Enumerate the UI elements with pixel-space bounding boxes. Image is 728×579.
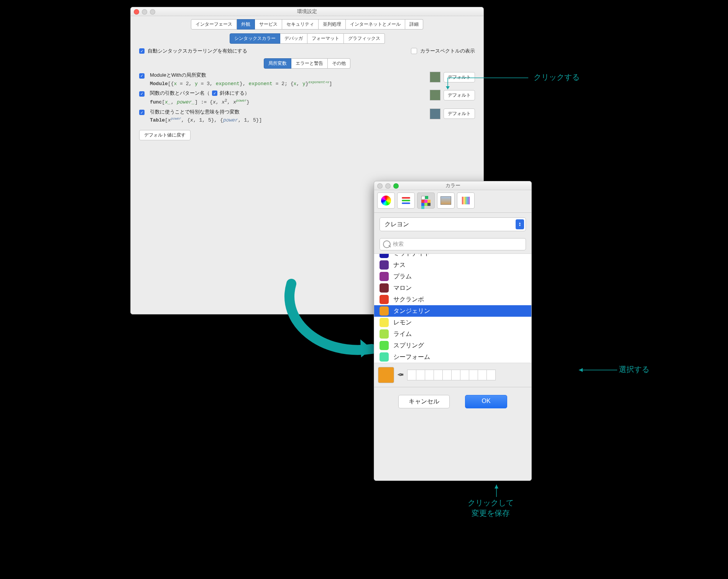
pref-tab1-2[interactable]: サービス	[255, 19, 282, 30]
pref-tab3-1[interactable]: エラーと警告	[291, 58, 328, 69]
item3-title: 引数に使うことで特別な意味を持つ変数	[150, 109, 424, 115]
color-wheel-icon	[381, 196, 391, 206]
pref-tab2-1[interactable]: デバッガ	[280, 33, 307, 44]
pref-tab2-3[interactable]: グラフィックス	[344, 33, 385, 44]
svg-marker-5	[579, 368, 583, 372]
color-item-6[interactable]: レモン	[374, 317, 531, 328]
auto-syntax-label: 自動シンタックスカラーリングを有効にする	[148, 48, 247, 54]
pref-tabs-1: インターフェース外観サービスセキュリティ並列処理インターネットとメール詳細	[131, 19, 483, 30]
item3-code: Table[xpower, {x, 1, 5}, {power, 1, 5}]	[150, 117, 424, 123]
item2-italic-label: 斜体にする）	[220, 90, 250, 97]
pref-tab3-0[interactable]: 局所変数	[264, 58, 291, 69]
color-item-label: プラム	[393, 273, 412, 281]
color-item-label: ナス	[393, 261, 406, 269]
color-item-5[interactable]: タンジェリン	[374, 305, 531, 317]
color-item-label: シーフォーム	[393, 353, 430, 361]
color-swatch-icon	[380, 253, 389, 258]
color-item-4[interactable]: サクランボ	[374, 294, 531, 305]
search-icon	[383, 240, 391, 248]
color-swatch-icon	[380, 283, 389, 293]
pref-tab3-2[interactable]: その他	[328, 58, 350, 69]
pref-tab1-0[interactable]: インターフェース	[191, 19, 237, 30]
pref-tabs-3: 局所変数エラーと警告その他	[139, 58, 475, 69]
color-item-label: マロン	[393, 284, 412, 292]
spectrum-checkbox[interactable]	[411, 48, 417, 54]
color-item-1[interactable]: ナス	[374, 259, 531, 271]
item2-italic-checkbox[interactable]	[212, 90, 217, 96]
color-item-3[interactable]: マロン	[374, 282, 531, 294]
color-palette-tab[interactable]	[417, 192, 435, 209]
item2-code: func[x_, power_] := {x, x2, xpower}	[150, 98, 424, 105]
curved-arrow-icon	[268, 276, 383, 376]
pref-titlebar: 環境設定	[131, 7, 483, 16]
auto-syntax-checkbox[interactable]	[139, 48, 145, 54]
pref-tab1-3[interactable]: セキュリティ	[282, 19, 319, 30]
item3-default-button[interactable]: デフォルト	[444, 109, 475, 119]
chevron-up-down-icon	[516, 219, 524, 229]
swatch-grid[interactable]	[407, 370, 496, 380]
svg-marker-0	[360, 339, 372, 357]
palette-dropdown-label: クレヨン	[385, 220, 409, 229]
color-list: ミッドナイトナスプラムマロンサクランボタンジェリンレモンライムスプリングシーフォ…	[374, 253, 531, 363]
pencils-icon	[462, 197, 470, 204]
color-item-label: ミッドナイト	[393, 253, 430, 258]
item2-checkbox[interactable]	[139, 91, 145, 97]
color-item-label: レモン	[393, 319, 412, 327]
eyedropper-icon[interactable]: ✒	[397, 370, 404, 380]
color-swatch-icon	[380, 272, 389, 281]
item1-checkbox[interactable]	[139, 73, 145, 79]
sliders-icon	[402, 197, 410, 204]
color-item-0[interactable]: ミッドナイト	[374, 253, 531, 259]
callout-click-line	[448, 78, 532, 97]
color-panel-window: カラー クレヨン	[374, 181, 532, 481]
pencils-tab[interactable]	[457, 192, 475, 209]
image-palette-tab[interactable]	[437, 192, 455, 209]
color-swatch-icon	[380, 260, 389, 270]
callout-select-line	[575, 368, 617, 372]
pref-tab1-4[interactable]: 並列処理	[319, 19, 346, 30]
cp-zoom-icon[interactable]	[393, 183, 399, 189]
minimize-icon[interactable]	[142, 9, 147, 15]
callout-save-line	[495, 482, 498, 497]
palette-dropdown[interactable]: クレヨン	[380, 217, 526, 231]
item2-color-swatch[interactable]	[430, 90, 440, 100]
color-item-9[interactable]: シーフォーム	[374, 351, 531, 363]
restore-defaults-button[interactable]: デフォルト値に戻す	[139, 130, 191, 140]
pref-tab1-1[interactable]: 外観	[237, 19, 255, 30]
current-color-well[interactable]	[378, 367, 394, 383]
cancel-button[interactable]: キャンセル	[398, 395, 450, 408]
image-palette-icon	[440, 196, 451, 205]
color-wheel-tab[interactable]	[377, 192, 395, 209]
color-swatch-icon	[380, 341, 389, 350]
color-swatch-icon	[380, 352, 389, 362]
zoom-icon[interactable]	[150, 9, 155, 15]
pref-tab2-2[interactable]: フォーマット	[307, 33, 344, 44]
item3-color-swatch[interactable]	[430, 109, 440, 119]
color-sliders-tab[interactable]	[397, 192, 415, 209]
pref-tab1-6[interactable]: 詳細	[405, 19, 423, 30]
close-icon[interactable]	[134, 9, 139, 15]
color-panel-titlebar: カラー	[374, 181, 531, 190]
color-item-2[interactable]: プラム	[374, 271, 531, 282]
color-item-8[interactable]: スプリング	[374, 340, 531, 351]
color-search-input[interactable]: 検索	[380, 238, 526, 250]
item1-color-swatch[interactable]	[430, 72, 440, 82]
pref-tab1-5[interactable]: インターネットとメール	[346, 19, 405, 30]
color-panel-title: カラー	[445, 183, 460, 188]
item1-code: Module[{x = 2, y = 3, exponent}, exponen…	[150, 80, 424, 87]
color-item-7[interactable]: ライム	[374, 328, 531, 340]
search-placeholder: 検索	[393, 241, 404, 248]
color-item-label: サクランボ	[393, 296, 424, 304]
spectrum-label: カラースペクトルの表示	[420, 48, 475, 54]
cp-close-icon[interactable]	[377, 183, 383, 189]
item2-title: 関数の引数とパターン名（	[150, 90, 210, 97]
pref-tab2-0[interactable]: シンタックスカラー	[230, 33, 280, 44]
cp-minimize-icon[interactable]	[385, 183, 391, 189]
ok-button[interactable]: OK	[465, 395, 507, 408]
color-swatch-icon	[380, 306, 389, 316]
item1-title: ModuleとWithの局所変数	[150, 72, 424, 79]
color-swatch-icon	[380, 329, 389, 339]
svg-marker-7	[495, 485, 498, 489]
callout-save-label: クリックして 変更を保存	[468, 498, 514, 518]
item3-checkbox[interactable]	[139, 110, 145, 115]
